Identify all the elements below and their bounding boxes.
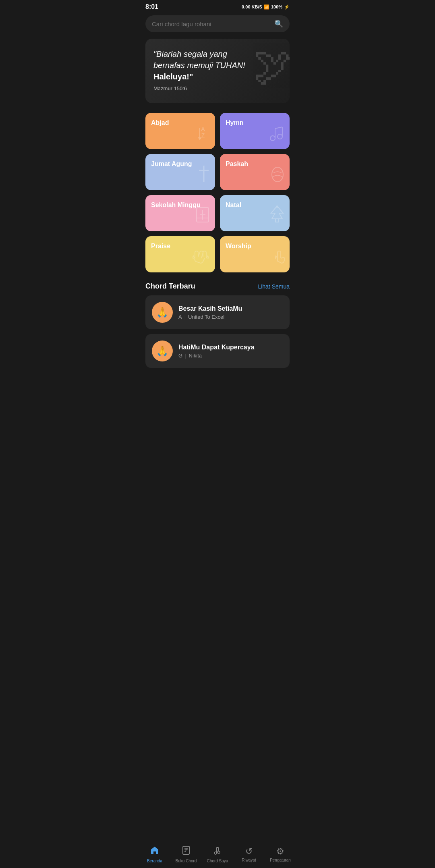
chord-info-1: Besar Kasih SetiaMu A | United To Excel: [178, 305, 283, 320]
cross-icon: [197, 165, 210, 186]
chord-info-2: HatiMu Dapat Kupercaya G | Nikita: [178, 344, 283, 359]
chord-title-2: HatiMu Dapat Kupercaya: [178, 344, 283, 351]
network-speed: 0.00 KB/S: [242, 4, 262, 9]
category-label-jumat: Jumat Agung: [151, 160, 192, 167]
chord-section-title: Chord Terbaru: [145, 282, 195, 291]
chord-section-header: Chord Terbaru Lihat Semua: [145, 282, 290, 291]
lihat-semua-link[interactable]: Lihat Semua: [258, 283, 290, 290]
status-right: 0.00 KB/S 📶 100% ⚡: [242, 4, 290, 10]
svg-text:Z: Z: [201, 132, 205, 139]
category-label-sekolah: Sekolah Minggu: [151, 201, 201, 208]
status-time: 8:01: [145, 3, 158, 10]
svg-point-3: [270, 136, 275, 141]
svg-point-17: [276, 206, 278, 208]
bible-icon: [195, 206, 210, 227]
svg-text:A: A: [201, 126, 205, 132]
category-label-abjad: Abjad: [151, 119, 169, 126]
chord-meta-1: A | United To Excel: [178, 314, 283, 320]
hero-banner: 🕊 "Biarlah segala yangbernafas memuji TU…: [145, 39, 290, 103]
category-label-hymn: Hymn: [226, 119, 243, 126]
signal-icon: 📶: [264, 4, 269, 10]
category-label-praise: Praise: [151, 243, 170, 249]
category-grid: Abjad A Z Hymn: [145, 113, 290, 272]
worship-hand-icon: [270, 247, 285, 268]
search-input[interactable]: [152, 21, 271, 27]
chord-card-2[interactable]: 🙏 HatiMu Dapat Kupercaya G | Nikita: [145, 334, 290, 368]
svg-point-10: [272, 167, 283, 182]
hymn-icon: [269, 125, 285, 145]
category-label-natal: Natal: [226, 201, 241, 208]
abjad-icon: A Z: [194, 124, 210, 145]
category-label-worship: Worship: [226, 243, 251, 249]
status-bar: 8:01 0.00 KB/S 📶 100% ⚡: [139, 0, 296, 12]
category-card-praise[interactable]: Praise: [145, 236, 215, 272]
search-icon: 🔍: [274, 19, 283, 28]
egg-icon: [270, 165, 285, 186]
chord-meta-2: G | Nikita: [178, 353, 283, 359]
praise-hands-icon: [191, 247, 210, 268]
svg-point-4: [278, 134, 282, 139]
svg-rect-16: [276, 219, 279, 222]
search-bar[interactable]: 🔍: [145, 15, 290, 32]
chord-key-2: G: [178, 353, 182, 359]
chord-key-1: A: [178, 314, 182, 320]
chord-divider-2: |: [185, 353, 186, 359]
chord-card-1[interactable]: 🙏 Besar Kasih SetiaMu A | United To Exce…: [145, 295, 290, 329]
chord-avatar-2: 🙏: [152, 341, 173, 361]
battery-icon: ⚡: [284, 4, 290, 10]
category-card-worship[interactable]: Worship: [220, 236, 290, 272]
category-card-sekolah[interactable]: Sekolah Minggu: [145, 195, 215, 231]
chord-title-1: Besar Kasih SetiaMu: [178, 305, 283, 312]
chord-avatar-1: 🙏: [152, 302, 173, 323]
svg-line-7: [275, 127, 282, 129]
hero-bg-dove-icon: 🕊: [253, 43, 290, 89]
chord-artist-1: United To Excel: [188, 314, 224, 320]
chord-divider-1: |: [184, 314, 186, 320]
chord-artist-2: Nikita: [189, 353, 202, 359]
category-card-jumat[interactable]: Jumat Agung: [145, 154, 215, 190]
svg-marker-15: [271, 206, 283, 219]
category-label-paskah: Paskah: [226, 160, 248, 167]
category-card-paskah[interactable]: Paskah: [220, 154, 290, 190]
category-card-hymn[interactable]: Hymn: [220, 113, 290, 149]
category-card-natal[interactable]: Natal: [220, 195, 290, 231]
battery-percent: 100%: [271, 4, 282, 9]
category-card-abjad[interactable]: Abjad A Z: [145, 113, 215, 149]
christmas-tree-icon: [269, 204, 285, 227]
